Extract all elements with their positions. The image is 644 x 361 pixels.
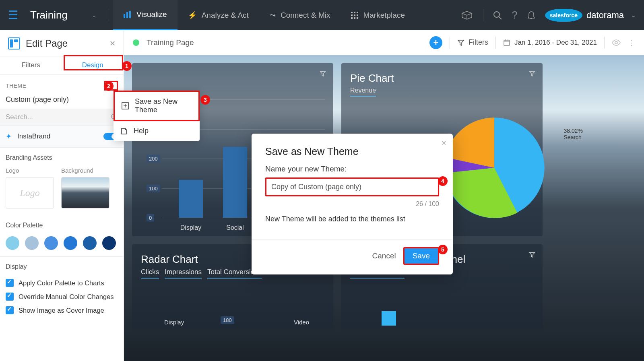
search-icon[interactable] [493, 11, 502, 20]
svg-point-12 [494, 12, 500, 17]
close-icon[interactable]: ✕ [109, 39, 116, 48]
svg-line-13 [499, 17, 502, 19]
help-item[interactable]: Help [114, 121, 200, 141]
color-swatch[interactable] [25, 236, 39, 250]
nav-label: Visualize [136, 10, 167, 19]
current-theme-name: Custom (page only) [0, 94, 124, 109]
filter-icon[interactable] [320, 70, 326, 77]
nav-connect[interactable]: ⤳ Connect & Mix [259, 0, 341, 30]
bell-icon[interactable] [527, 11, 535, 20]
svg-rect-8 [357, 14, 358, 16]
theme-section-label: THEME [6, 83, 27, 89]
check-override-colors[interactable]: Override Manual Color Changes [6, 290, 118, 303]
filter-icon[interactable] [529, 70, 535, 77]
cube-icon[interactable] [460, 10, 473, 21]
nav-label: Connect & Mix [281, 11, 330, 20]
brand-name: datorama [586, 10, 624, 21]
color-swatch[interactable] [64, 236, 77, 250]
tab-filters[interactable]: Filters [0, 56, 62, 74]
modal-title: Save as New Theme [265, 146, 439, 157]
logo-asset-box[interactable]: Logo [6, 177, 54, 208]
checkbox-icon[interactable] [6, 293, 14, 301]
layout-icon [8, 37, 20, 50]
nav-analyze[interactable]: ⚡ Analyze & Act [178, 0, 259, 30]
branding-section-title: Branding Assets [6, 154, 118, 161]
widget-subtitle: Revenue [350, 87, 376, 97]
close-icon[interactable]: ✕ [441, 139, 446, 147]
nav-visualize[interactable]: Visualize [113, 0, 178, 30]
date-range-picker[interactable]: Jan 1, 2016 - Dec 31, 2021 [503, 39, 597, 47]
widget-tab[interactable]: Impressions [165, 268, 202, 278]
filter-icon[interactable] [529, 252, 535, 258]
bar-display [179, 180, 203, 218]
magic-wand-icon: ✦ [6, 132, 12, 141]
palette-swatches [6, 236, 118, 250]
step-badge-1: 1 [122, 61, 132, 71]
checkbox-icon[interactable] [6, 306, 14, 314]
svg-rect-9 [351, 17, 353, 19]
step-badge-2: 2 [104, 81, 114, 91]
save-as-new-theme-item[interactable]: Save as New Theme [114, 91, 200, 121]
page-status-icon [133, 39, 139, 46]
color-swatch[interactable] [44, 236, 58, 250]
cancel-button[interactable]: Cancel [372, 252, 396, 260]
filters-button[interactable]: Filters [457, 38, 488, 47]
chevron-down-icon[interactable]: ⌄ [92, 12, 97, 19]
instabrand-label: InstaBrand [17, 132, 98, 140]
bar-chart-icon [124, 11, 132, 18]
color-swatch[interactable] [102, 236, 116, 250]
svg-rect-16 [504, 40, 510, 45]
background-asset-box[interactable] [61, 177, 109, 208]
add-widget-button[interactable]: + [429, 36, 442, 49]
checkbox-icon[interactable] [6, 279, 14, 287]
svg-rect-10 [354, 17, 355, 19]
char-counter: 26 / 100 [265, 200, 439, 208]
search-input[interactable] [6, 113, 111, 121]
save-button[interactable]: Save [403, 247, 439, 265]
step-badge-3: 3 [200, 95, 210, 105]
top-nav-bar: ☰ Training ⌄ Visualize ⚡ Analyze & Act ⤳… [0, 0, 644, 30]
svg-rect-11 [357, 17, 358, 19]
save-theme-modal: ✕ Save as New Theme Name your new Theme:… [252, 134, 453, 274]
page-header: Training Page + Filters Jan 1, 2016 - De… [124, 30, 644, 55]
bar-stub [382, 311, 396, 326]
nav-marketplace[interactable]: Marketplace [341, 0, 415, 30]
color-swatch[interactable] [6, 236, 19, 250]
chevron-down-icon[interactable]: ⌄ [631, 12, 636, 19]
svg-rect-6 [351, 14, 353, 16]
salesforce-cloud-icon: salesforce [545, 9, 582, 22]
color-swatch[interactable] [83, 236, 97, 250]
asset-logo-label: Logo [6, 167, 54, 174]
brand-logo[interactable]: salesforce datorama ⌄ [545, 9, 636, 22]
preview-icon[interactable] [612, 39, 621, 46]
lightning-icon: ⚡ [188, 11, 197, 20]
help-icon[interactable]: ? [512, 9, 517, 21]
svg-rect-2 [129, 11, 131, 18]
theme-dropdown-menu: Save as New Theme Help [114, 91, 200, 141]
grid-icon [351, 12, 358, 19]
svg-rect-0 [124, 14, 125, 18]
check-apply-palette[interactable]: Apply Color Palette to Charts [6, 276, 118, 290]
pie-chart [442, 116, 547, 220]
step-badge-4: 4 [438, 176, 448, 186]
widget-tab[interactable]: Clicks [141, 268, 159, 278]
link-icon: ⤳ [270, 11, 276, 20]
plus-box-icon [121, 102, 129, 110]
hamburger-icon[interactable]: ☰ [8, 8, 18, 22]
book-icon [120, 127, 128, 135]
asset-bg-label: Background [61, 167, 109, 174]
theme-name-input[interactable] [265, 177, 439, 196]
page-more-icon[interactable]: ⋮ [628, 38, 635, 47]
nav-label: Marketplace [363, 11, 405, 20]
bar-social [223, 147, 247, 218]
svg-point-20 [615, 41, 617, 44]
palette-section-title: Color Palette [6, 222, 118, 229]
nav-label: Analyze & Act [202, 11, 249, 20]
workspace-title[interactable]: Training [30, 9, 68, 21]
svg-rect-4 [354, 12, 355, 13]
svg-rect-5 [357, 12, 358, 13]
check-cover-image[interactable]: Show Image as Cover Image [6, 303, 118, 317]
modal-note: New Theme will be added to the themes li… [265, 215, 439, 223]
sidebar-title: Edit Page [26, 38, 104, 49]
svg-rect-3 [351, 12, 353, 13]
